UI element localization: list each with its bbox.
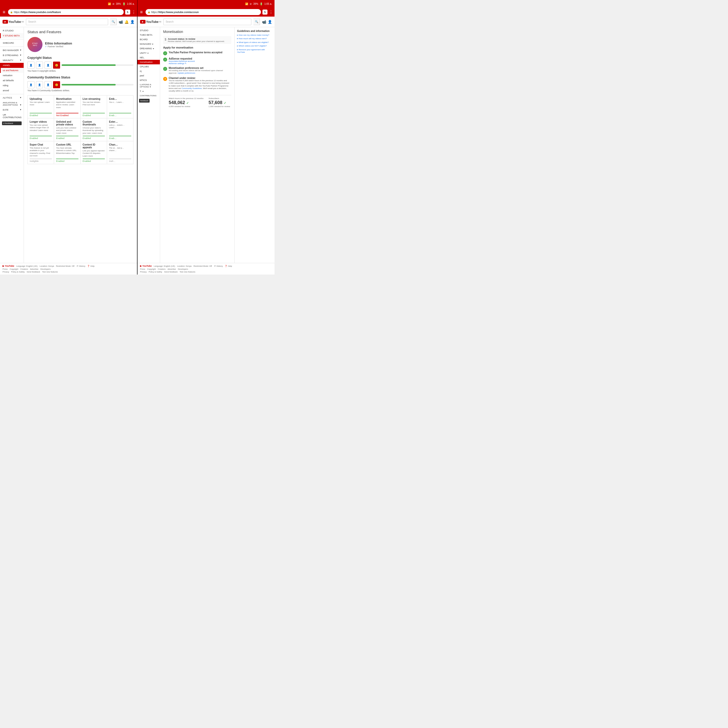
search-bar-right[interactable]: Search (164, 18, 251, 25)
sidebar-item-advanced[interactable]: anced (0, 88, 24, 93)
avatar-icon-right[interactable]: 👤 (268, 20, 272, 24)
url-bar-left[interactable]: 🔒 https://https://www.youtube.com/featur… (8, 9, 124, 15)
rs-item-cplubs[interactable]: CPLUBS (138, 64, 160, 69)
footer-link[interactable]: Copyright (147, 268, 156, 270)
battery-icon-right: 🔋 (260, 3, 263, 5)
hamburger-icon-left[interactable]: ≡ (2, 9, 6, 15)
rs-item-studio[interactable]: STUDIO (138, 28, 160, 33)
footer-link[interactable]: Test new features (179, 271, 195, 273)
more-icon-left[interactable]: ⋮ (132, 10, 136, 15)
footer-link[interactable]: Privacy (140, 271, 147, 273)
sidebar-item-community[interactable]: MMUNITY ▼ (0, 58, 24, 63)
tab-count-right[interactable]: 5 (262, 9, 268, 15)
rs-item-contributions2[interactable]: CONTRIBUTIONS (138, 93, 160, 98)
footer-link[interactable]: Test new features (42, 271, 58, 273)
footer-language-left[interactable]: Language: English (UK) (16, 265, 38, 267)
footer-link[interactable]: Advertise (167, 268, 176, 270)
avatar-icon-left[interactable]: 👤 (130, 20, 135, 24)
step-4-content: Channel under review: You've reached 4,0… (169, 76, 231, 108)
hamburger-icon-right[interactable]: ≡ (139, 9, 144, 15)
video-camera-icon-left[interactable]: 📹 (119, 20, 123, 24)
footer-link[interactable]: Press (140, 268, 145, 270)
footer-help-left[interactable]: ❓ Help (87, 265, 95, 267)
footer-link[interactable]: Policy & Safety (148, 271, 162, 273)
guidelines-link[interactable]: ▸ How much will my videos earn? (237, 37, 272, 40)
sidebar-item-create[interactable]: EATE ▼ (0, 107, 24, 112)
step-3-desc: All existing and future videos will be m… (169, 69, 231, 75)
footer-links2-left: PrivacyPolicy & SafetySend feedbackTest … (3, 271, 135, 273)
rs-item-mtics[interactable]: MTICS (138, 78, 160, 83)
rs-item-managed[interactable]: MANAGED ▼ (138, 42, 160, 46)
tab-count-left[interactable]: 5 (125, 9, 130, 15)
sidebar-item-monetisation[interactable]: netisation (0, 73, 24, 78)
sidebar-item-streaming[interactable]: B STREAMING ▼ (0, 53, 24, 58)
footer-link[interactable]: Copyright (9, 268, 18, 270)
rs-item-unity[interactable]: UNITY ▼ (138, 51, 160, 55)
rs-item-monetisation[interactable]: monetisation (138, 60, 160, 64)
sidebar-item-status-features[interactable]: us and features (0, 68, 24, 73)
footer-restricted-right[interactable]: Restricted Mode: Off (194, 265, 212, 267)
sidebar-item-upload-defaults[interactable]: ad defaults (0, 78, 24, 83)
sidebar-item-channel[interactable]: ANNEL (0, 63, 24, 68)
adsense-account-link[interactable]: Associated AdSense account (169, 60, 231, 62)
sidebar-item-bio-manager[interactable]: BIO MANAGER ▼ (0, 48, 24, 53)
guidelines-link[interactable]: ▸ Remove your agreement with YouTube (237, 49, 272, 54)
guidelines-link[interactable]: ▸ Which videos are NOT eligible? (237, 45, 272, 47)
search-placeholder-left: Search (28, 20, 36, 23)
dollar-icon: $ (165, 38, 167, 41)
community-guidelines-link[interactable]: Community Guidelines (182, 87, 202, 89)
footer-link[interactable]: Privacy (3, 271, 9, 273)
footer-language-right[interactable]: Language: English (UK) (154, 265, 175, 267)
send-feedback-button-left[interactable]: d feedback (2, 121, 21, 125)
bell-icon-left[interactable]: 🔔 (124, 20, 129, 24)
search-bar-left[interactable]: Search (26, 18, 108, 25)
rs-item-peel[interactable]: peel (138, 73, 160, 78)
rs-item-llations[interactable]: LLATIONS &OPTIONS ▼ (138, 83, 160, 89)
footer-location-left[interactable]: Location: Kenya (40, 265, 54, 267)
community-guidelines-title: Community Guidelines Status (28, 76, 133, 79)
adsense-settings-link[interactable]: AdSense settings ✎ (169, 62, 231, 64)
search-button-left[interactable]: 🔍 (110, 18, 117, 25)
url-bar-right[interactable]: 🔒 https://https://www.youtube.com/accoun (145, 9, 261, 15)
sidebar-item-branding[interactable]: nding (0, 83, 24, 88)
expand-community: ▼ (20, 59, 21, 61)
footer-link[interactable]: Press (3, 268, 8, 270)
footer-history-right[interactable]: ⏱ History (214, 265, 223, 267)
footer-link[interactable]: Developers (178, 268, 188, 270)
more-icon-right[interactable]: ⋮ (269, 10, 273, 15)
footer-link[interactable]: Creators (158, 268, 166, 270)
guidelines-link[interactable]: ▸ How can my videos make money? (237, 34, 272, 37)
rs-item-dreaming[interactable]: DREAMING ▼ (138, 46, 160, 51)
footer-location-right[interactable]: Location: Kenya (177, 265, 191, 267)
footer-link[interactable]: Creators (20, 268, 28, 270)
sidebar-item-studio[interactable]: R STUDIO (0, 28, 24, 33)
footer-help-right[interactable]: ❓ Help (225, 265, 232, 267)
footer-restricted-left[interactable]: Restricted Mode: Off (56, 265, 74, 267)
rs-item-nel[interactable]: NEL. (138, 55, 160, 60)
update-prefs-link[interactable]: Update preferences (177, 72, 195, 74)
rs-item-nj[interactable]: nj (138, 69, 160, 73)
browser-chrome-right: ≡ 🔒 https://https://www.youtube.com/acco… (137, 8, 275, 17)
footer-link[interactable]: Send feedback (164, 271, 177, 273)
footer-history-left[interactable]: ⏱ History (76, 265, 85, 267)
search-button-right[interactable]: 🔍 (253, 18, 260, 25)
sidebar-item-contributions[interactable]: UR CONTRIBUTIONS (0, 112, 24, 120)
footer-link[interactable]: Send feedback (27, 271, 40, 273)
rs-item-t[interactable]: T. ▼ (138, 89, 160, 93)
feature-card-title: Custom URL (56, 143, 78, 146)
rs-item-board[interactable]: BCARD (138, 37, 160, 42)
sidebar-item-studio-beta[interactable]: Y STUDIO BETA (0, 33, 24, 38)
feedback-button-right[interactable]: feedback (139, 99, 150, 102)
sidebar-item-dashboard[interactable]: SHBOARD (0, 40, 24, 46)
footer-link[interactable]: Advertise (30, 268, 38, 270)
feature-card: Uploading You can upload. Learn more Ena… (28, 96, 54, 118)
sidebar-item-translations[interactable]: ANSLATIONS &ANSCRIPTIONS ▼ (0, 100, 24, 107)
footer-link[interactable]: Policy & Safety (11, 271, 24, 273)
guidelines-link[interactable]: ▸ What types of videos are eligible? (237, 41, 272, 44)
rs-item-tubo-beta[interactable]: TUBO BETA (138, 33, 160, 37)
yt-logo-badge-left: KE (21, 21, 24, 23)
footer-link[interactable]: Developers (40, 268, 50, 270)
sidebar-item-analytics[interactable]: ALYTICS ▼ (0, 95, 24, 100)
step-3-icon: ✓ (163, 67, 167, 71)
video-camera-icon-right[interactable]: 📹 (262, 20, 266, 24)
